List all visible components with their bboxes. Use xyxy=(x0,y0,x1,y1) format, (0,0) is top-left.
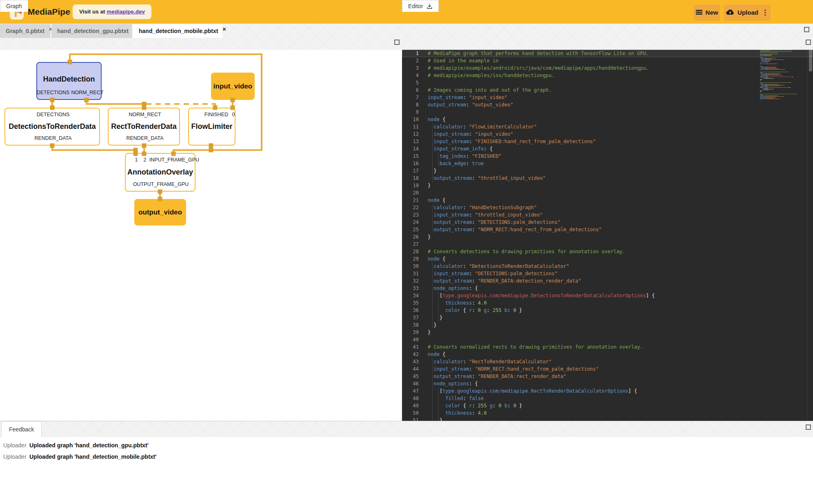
indent-guide xyxy=(432,402,433,409)
graph-node-annotation-overlay[interactable]: AnnotationOverlay12INPUT_FRAME_GPUOUTPUT… xyxy=(125,153,195,192)
node-title: DetectionsToRenderData xyxy=(5,122,99,130)
tab-feedback[interactable]: Feedback xyxy=(1,421,42,437)
graph-edge xyxy=(52,146,136,154)
graph-node-hand-detection[interactable]: HandDetectionDETECTIONSNORM_RECT xyxy=(36,62,102,100)
graph-edge xyxy=(146,104,215,107)
tab-graph[interactable]: Graph xyxy=(0,0,28,12)
graph-canvas[interactable]: HandDetectionDETECTIONSNORM_RECTinput_vi… xyxy=(0,50,402,421)
line-number: 12 xyxy=(402,130,419,138)
line-number: 34 xyxy=(402,292,419,299)
code-token: ] { xyxy=(628,388,637,394)
code-line-20: 20 xyxy=(402,189,813,197)
code-text: filled: false xyxy=(428,395,484,402)
tab-editor[interactable]: Editor xyxy=(402,0,439,12)
code-token: } xyxy=(428,315,442,321)
code-token: # Converts detections to drawing primiti… xyxy=(428,249,625,254)
code-token: : xyxy=(472,300,478,306)
code-line-28: 28# Converts detections to drawing primi… xyxy=(402,248,813,255)
file-tab-hand_detection_gpu.pbtxt[interactable]: hand_detection_gpu.pbtxt✕ xyxy=(51,24,132,38)
code-line-44: 44 input_stream: "NORM_RECT:hand_rect_fr… xyxy=(402,365,813,373)
code-line-36: 36 color { r: 0 g: 255 b: 0 } xyxy=(402,307,813,314)
code-line-15: 15 tag_index: "FINISHED" xyxy=(402,153,813,160)
line-number: 26 xyxy=(402,233,419,241)
code-token: : xyxy=(472,307,478,313)
close-tab-icon[interactable]: ✕ xyxy=(222,27,226,32)
line-number: 24 xyxy=(402,219,419,226)
indent-guide xyxy=(432,130,433,138)
code-line-18: 18 output_stream: "throttled_input_video… xyxy=(402,175,813,182)
code-line-47: 47 [type.googleapis.com/mediapipe.RectTo… xyxy=(402,387,813,395)
graph-node-input-video[interactable]: input_video xyxy=(211,73,255,100)
line-number: 20 xyxy=(402,189,419,197)
code-text: calculator: "RectToRenderDataCalculator" xyxy=(428,358,551,365)
line-number: 28 xyxy=(402,248,419,255)
indent-guide xyxy=(432,409,433,417)
code-token: : xyxy=(463,359,469,365)
tabbar-maximize-icon[interactable] xyxy=(804,27,809,32)
feedback-maximize-icon[interactable] xyxy=(806,424,811,430)
code-token: type.googleapis.com/mediapipe.Detections… xyxy=(442,293,646,298)
line-number: 47 xyxy=(402,387,419,395)
indent-guide xyxy=(432,204,433,211)
code-text: output_stream: "output_video" xyxy=(428,101,513,108)
code-token: : xyxy=(507,403,513,409)
code-token: input_stream xyxy=(433,366,469,372)
indent-guide xyxy=(432,285,433,292)
graph-node-rect-to-render-data[interactable]: RectToRenderDataNORM_RECTRENDER_DATA xyxy=(108,108,180,146)
feedback-source: Uploader xyxy=(3,451,27,462)
code-token: input_stream xyxy=(433,212,469,218)
code-text: # mediapipie/examples/android/src/java/c… xyxy=(428,64,649,72)
code-token: # mediapipie/examples/android/src/java/c… xyxy=(428,65,649,71)
code-text: input_stream: "input_video" xyxy=(428,94,507,101)
code-line-26: 26} xyxy=(402,233,813,241)
download-icon[interactable] xyxy=(426,3,433,9)
graph-node-flow-limiter[interactable]: FlowLimiterFINISHED0 xyxy=(188,108,235,146)
code-token: back_edge xyxy=(440,161,466,166)
code-line-12: 12 input_stream: "input_video" xyxy=(402,130,813,138)
code-text: input_stream: "input_video" xyxy=(428,130,513,138)
code-token: input_stream xyxy=(433,131,469,137)
mediapipe-dev-link[interactable]: mediapipe.dev xyxy=(107,9,145,15)
code-text: node_options: { xyxy=(428,380,478,387)
code-line-4: 4# mediapipie/examples/ios/handdetection… xyxy=(402,72,813,79)
line-number: 17 xyxy=(402,167,419,175)
upload-button[interactable]: Upload ⋮ xyxy=(724,4,771,20)
code-line-46: 46 node_options: { xyxy=(402,380,813,387)
line-number: 2 xyxy=(402,57,419,64)
mediapipe-visualizer: MediaPipe Visit us at mediapipe.dev New … xyxy=(0,0,813,504)
upload-menu-kebab-icon[interactable]: ⋮ xyxy=(762,9,769,16)
line-number: 7 xyxy=(402,94,419,101)
code-text: input_stream: "FINISHED:hand_rect_from_p… xyxy=(428,138,596,145)
code-text: node_options: { xyxy=(428,285,478,292)
node-title: HandDetection xyxy=(37,75,101,84)
code-line-7: 7input_stream: "input_video" xyxy=(402,94,813,101)
file-tab-Graph_0.pbtxt[interactable]: Graph_0.pbtxt✕ xyxy=(0,24,50,38)
code-token: : xyxy=(466,102,472,108)
code-editor[interactable]: 1# MediaPipe graph that performs hand de… xyxy=(402,50,813,421)
code-text: calculator: "HandDetectionSubgraph" xyxy=(428,204,537,211)
code-token: color xyxy=(445,307,460,313)
code-token: input_stream xyxy=(428,95,463,100)
code-token: "NORM_RECT:hand_rect_from_palm_detection… xyxy=(478,227,602,232)
code-token: / xyxy=(498,388,501,394)
code-token: thickness xyxy=(445,300,472,306)
graph-panel-maximize-icon[interactable] xyxy=(394,40,400,45)
line-number: 35 xyxy=(402,299,419,307)
code-line-51: 51 } xyxy=(402,417,813,421)
input-port-label: INPUT_FRAME_GPU xyxy=(149,157,199,163)
code-token: : xyxy=(472,374,478,379)
file-tab-hand_detection_mobile.pbtxt[interactable]: hand_detection_mobile.pbtxt✕ xyxy=(133,24,222,38)
input-port-label: 0 xyxy=(232,112,235,117)
graph-node-detections-to-render-data[interactable]: DetectionsToRenderDataDETECTIONSRENDER_D… xyxy=(4,108,100,146)
code-token: # Images coming into and out of the grap… xyxy=(428,87,551,93)
graph-node-output-video[interactable]: output_video xyxy=(134,199,186,225)
code-text: thickness: 4.0 xyxy=(428,409,487,417)
code-line-3: 3# mediapipie/examples/android/src/java/… xyxy=(402,64,813,72)
feedback-tab-label: Feedback xyxy=(9,426,34,433)
new-button[interactable]: New xyxy=(694,4,720,20)
line-number: 16 xyxy=(402,160,419,167)
code-token: : xyxy=(466,153,472,159)
code-token: : xyxy=(469,271,475,276)
line-number: 48 xyxy=(402,395,419,402)
editor-panel-maximize-icon[interactable] xyxy=(806,40,811,45)
